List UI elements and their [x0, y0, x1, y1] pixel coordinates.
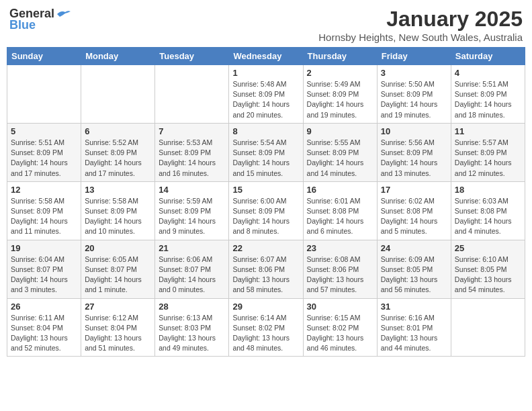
- calendar-cell: 22Sunrise: 6:07 AMSunset: 8:06 PMDayligh…: [229, 240, 303, 298]
- calendar-cell: 12Sunrise: 5:58 AMSunset: 8:09 PMDayligh…: [7, 181, 81, 240]
- day-number: 22: [232, 243, 299, 253]
- calendar-cell: 11Sunrise: 5:57 AMSunset: 8:09 PMDayligh…: [451, 123, 525, 181]
- calendar-cell: 25Sunrise: 6:10 AMSunset: 8:05 PMDayligh…: [451, 240, 525, 298]
- location: Hornsby Heights, New South Wales, Austra…: [318, 32, 523, 43]
- calendar-cell: [155, 65, 229, 124]
- day-detail: Sunrise: 5:56 AMSunset: 8:09 PMDaylight:…: [381, 138, 447, 179]
- calendar-cell: [451, 298, 525, 357]
- calendar-cell: 1Sunrise: 5:48 AMSunset: 8:09 PMDaylight…: [229, 65, 303, 124]
- day-detail: Sunrise: 6:00 AMSunset: 8:09 PMDaylight:…: [232, 196, 299, 237]
- day-detail: Sunrise: 5:51 AMSunset: 8:09 PMDaylight:…: [455, 79, 521, 120]
- day-detail: Sunrise: 6:02 AMSunset: 8:08 PMDaylight:…: [381, 196, 447, 237]
- calendar-cell: 18Sunrise: 6:03 AMSunset: 8:08 PMDayligh…: [451, 181, 525, 240]
- calendar-week-4: 19Sunrise: 6:04 AMSunset: 8:07 PMDayligh…: [7, 240, 525, 298]
- day-number: 15: [232, 185, 299, 195]
- day-number: 6: [85, 126, 151, 136]
- day-detail: Sunrise: 5:59 AMSunset: 8:09 PMDaylight:…: [159, 196, 225, 237]
- logo: General Blue: [9, 7, 72, 32]
- weekday-header-saturday: Saturday: [451, 48, 525, 65]
- calendar-cell: 30Sunrise: 6:15 AMSunset: 8:02 PMDayligh…: [303, 298, 377, 357]
- weekday-header-sunday: Sunday: [7, 48, 81, 65]
- day-detail: Sunrise: 5:57 AMSunset: 8:09 PMDaylight:…: [455, 138, 521, 179]
- calendar-cell: 2Sunrise: 5:49 AMSunset: 8:09 PMDaylight…: [303, 65, 377, 124]
- calendar-cell: 7Sunrise: 5:53 AMSunset: 8:09 PMDaylight…: [155, 123, 229, 181]
- day-number: 13: [85, 185, 151, 195]
- day-number: 4: [455, 68, 521, 78]
- calendar-cell: 31Sunrise: 6:16 AMSunset: 8:01 PMDayligh…: [377, 298, 451, 357]
- day-number: 5: [11, 126, 77, 136]
- calendar-cell: 6Sunrise: 5:52 AMSunset: 8:09 PMDaylight…: [81, 123, 155, 181]
- day-number: 19: [11, 243, 77, 253]
- day-detail: Sunrise: 6:12 AMSunset: 8:04 PMDaylight:…: [85, 313, 151, 354]
- calendar-cell: 19Sunrise: 6:04 AMSunset: 8:07 PMDayligh…: [7, 240, 81, 298]
- day-number: 20: [85, 243, 151, 253]
- day-detail: Sunrise: 5:50 AMSunset: 8:09 PMDaylight:…: [381, 79, 447, 120]
- day-number: 1: [232, 68, 299, 78]
- day-detail: Sunrise: 6:04 AMSunset: 8:07 PMDaylight:…: [11, 255, 77, 295]
- day-detail: Sunrise: 5:58 AMSunset: 8:09 PMDaylight:…: [85, 196, 151, 237]
- calendar-cell: 17Sunrise: 6:02 AMSunset: 8:08 PMDayligh…: [377, 181, 451, 240]
- calendar-week-2: 5Sunrise: 5:51 AMSunset: 8:09 PMDaylight…: [7, 123, 525, 181]
- day-number: 16: [307, 185, 373, 195]
- day-detail: Sunrise: 6:09 AMSunset: 8:05 PMDaylight:…: [381, 255, 447, 295]
- month-title: January 2025: [318, 7, 523, 32]
- day-detail: Sunrise: 5:54 AMSunset: 8:09 PMDaylight:…: [232, 138, 299, 179]
- day-detail: Sunrise: 6:03 AMSunset: 8:08 PMDaylight:…: [455, 196, 521, 237]
- day-detail: Sunrise: 6:05 AMSunset: 8:07 PMDaylight:…: [85, 255, 151, 295]
- calendar-cell: 24Sunrise: 6:09 AMSunset: 8:05 PMDayligh…: [377, 240, 451, 298]
- calendar-cell: 3Sunrise: 5:50 AMSunset: 8:09 PMDaylight…: [377, 65, 451, 124]
- logo-bird-icon: [56, 9, 72, 19]
- day-number: 27: [85, 302, 151, 312]
- day-number: 25: [455, 243, 521, 253]
- day-number: 24: [381, 243, 447, 253]
- calendar-cell: 4Sunrise: 5:51 AMSunset: 8:09 PMDaylight…: [451, 65, 525, 124]
- day-number: 28: [159, 302, 225, 312]
- calendar-cell: 8Sunrise: 5:54 AMSunset: 8:09 PMDaylight…: [229, 123, 303, 181]
- weekday-header-monday: Monday: [81, 48, 155, 65]
- day-detail: Sunrise: 6:14 AMSunset: 8:02 PMDaylight:…: [232, 313, 299, 354]
- calendar-cell: 27Sunrise: 6:12 AMSunset: 8:04 PMDayligh…: [81, 298, 155, 357]
- day-detail: Sunrise: 6:08 AMSunset: 8:06 PMDaylight:…: [307, 255, 373, 295]
- day-number: 7: [159, 126, 225, 136]
- day-number: 11: [455, 126, 521, 136]
- day-detail: Sunrise: 5:52 AMSunset: 8:09 PMDaylight:…: [85, 138, 151, 179]
- day-detail: Sunrise: 5:51 AMSunset: 8:09 PMDaylight:…: [11, 138, 77, 179]
- day-number: 12: [11, 185, 77, 195]
- calendar-week-3: 12Sunrise: 5:58 AMSunset: 8:09 PMDayligh…: [7, 181, 525, 240]
- weekday-header-tuesday: Tuesday: [155, 48, 229, 65]
- calendar-cell: [7, 65, 81, 124]
- calendar-cell: 5Sunrise: 5:51 AMSunset: 8:09 PMDaylight…: [7, 123, 81, 181]
- calendar-cell: 9Sunrise: 5:55 AMSunset: 8:09 PMDaylight…: [303, 123, 377, 181]
- day-detail: Sunrise: 5:48 AMSunset: 8:09 PMDaylight:…: [232, 79, 299, 120]
- day-detail: Sunrise: 6:10 AMSunset: 8:05 PMDaylight:…: [455, 255, 521, 295]
- day-number: 30: [307, 302, 373, 312]
- calendar-cell: 20Sunrise: 6:05 AMSunset: 8:07 PMDayligh…: [81, 240, 155, 298]
- day-number: 8: [232, 126, 299, 136]
- calendar-cell: 26Sunrise: 6:11 AMSunset: 8:04 PMDayligh…: [7, 298, 81, 357]
- day-number: 29: [232, 302, 299, 312]
- day-number: 10: [381, 126, 447, 136]
- calendar-cell: 13Sunrise: 5:58 AMSunset: 8:09 PMDayligh…: [81, 181, 155, 240]
- calendar-cell: [81, 65, 155, 124]
- calendar: SundayMondayTuesdayWednesdayThursdayFrid…: [7, 47, 525, 357]
- day-detail: Sunrise: 5:53 AMSunset: 8:09 PMDaylight:…: [159, 138, 225, 179]
- day-detail: Sunrise: 6:07 AMSunset: 8:06 PMDaylight:…: [232, 255, 299, 295]
- calendar-cell: 15Sunrise: 6:00 AMSunset: 8:09 PMDayligh…: [229, 181, 303, 240]
- day-number: 9: [307, 126, 373, 136]
- day-number: 26: [11, 302, 77, 312]
- day-detail: Sunrise: 5:55 AMSunset: 8:09 PMDaylight:…: [307, 138, 373, 179]
- calendar-cell: 29Sunrise: 6:14 AMSunset: 8:02 PMDayligh…: [229, 298, 303, 357]
- logo-blue: Blue: [9, 18, 36, 32]
- weekday-header-wednesday: Wednesday: [229, 48, 303, 65]
- weekday-header-thursday: Thursday: [303, 48, 377, 65]
- page-header: General Blue January 2025 Hornsby Height…: [7, 7, 525, 43]
- day-number: 31: [381, 302, 447, 312]
- calendar-cell: 21Sunrise: 6:06 AMSunset: 8:07 PMDayligh…: [155, 240, 229, 298]
- day-number: 14: [159, 185, 225, 195]
- day-detail: Sunrise: 6:13 AMSunset: 8:03 PMDaylight:…: [159, 313, 225, 354]
- calendar-week-5: 26Sunrise: 6:11 AMSunset: 8:04 PMDayligh…: [7, 298, 525, 357]
- day-detail: Sunrise: 5:58 AMSunset: 8:09 PMDaylight:…: [11, 196, 77, 237]
- calendar-cell: 10Sunrise: 5:56 AMSunset: 8:09 PMDayligh…: [377, 123, 451, 181]
- calendar-cell: 14Sunrise: 5:59 AMSunset: 8:09 PMDayligh…: [155, 181, 229, 240]
- day-detail: Sunrise: 6:16 AMSunset: 8:01 PMDaylight:…: [381, 313, 447, 354]
